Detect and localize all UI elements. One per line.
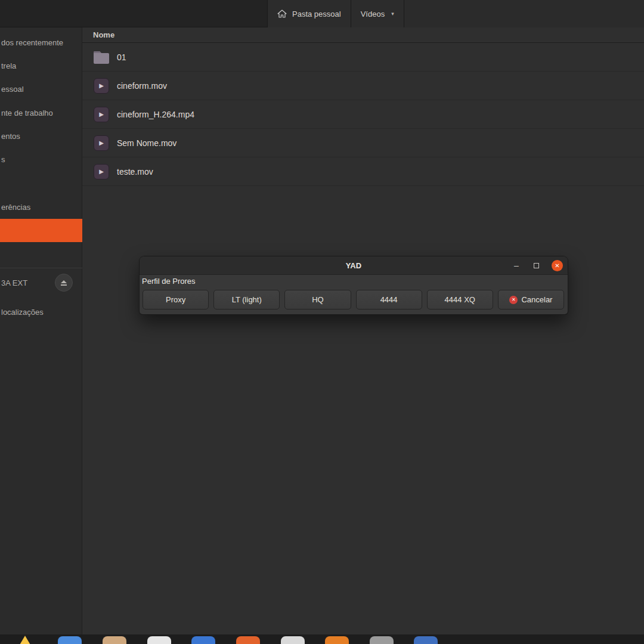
dock-app-icon-5[interactable] — [191, 636, 215, 644]
column-header-label: Nome — [93, 30, 114, 39]
table-row[interactable]: ▶ teste.mov — [82, 157, 644, 186]
dialog-body: Perfil de Prores Proxy LT (light) HQ 444… — [140, 275, 568, 309]
video-file-icon: ▶ — [94, 164, 109, 179]
cancel-button[interactable]: ✕ Cancelar — [498, 290, 564, 309]
sidebar-item-label: entos — [1, 132, 20, 141]
dialog-label: Perfil de Prores — [142, 277, 565, 286]
folder-icon — [93, 51, 110, 64]
button-label: LT (light) — [232, 295, 262, 304]
play-icon: ▶ — [99, 111, 104, 117]
sidebar-item-downloads[interactable]: erências — [0, 196, 82, 218]
lt-light-button[interactable]: LT (light) — [213, 290, 280, 309]
sidebar-item-label: trela — [1, 61, 16, 70]
file-name: Sem Nome.mov — [117, 138, 177, 148]
breadcrumb-home-button[interactable]: Pasta pessoal — [267, 0, 351, 27]
dock-app-icon-3[interactable] — [103, 636, 126, 644]
dock-app-icon-4[interactable] — [147, 636, 171, 644]
breadcrumb-home-label: Pasta pessoal — [292, 10, 341, 18]
cancel-icon: ✕ — [509, 296, 518, 304]
file-name: teste.mov — [117, 167, 153, 177]
chevron-down-icon: ▾ — [391, 11, 394, 17]
dock-app-icon-2[interactable] — [58, 636, 82, 644]
p4444-button[interactable]: 4444 — [356, 290, 422, 309]
window-controls: – ✕ — [512, 256, 563, 274]
play-icon: ▶ — [99, 82, 104, 89]
sidebar-separator — [0, 268, 82, 268]
sidebar-item-label: essoal — [1, 85, 24, 94]
dialog-titlebar[interactable]: YAD – ✕ — [140, 256, 568, 275]
sidebar-item-label: s — [1, 155, 5, 164]
sidebar-item-pictures[interactable]: s — [0, 148, 82, 171]
video-file-icon: ▶ — [94, 78, 109, 94]
minimize-button[interactable]: – — [512, 261, 521, 270]
table-row[interactable]: ▶ Sem Nome.mov — [82, 129, 644, 157]
close-button[interactable]: ✕ — [552, 260, 563, 271]
sidebar-item-label: localizações — [1, 308, 44, 317]
button-label: 4444 — [380, 295, 398, 304]
sidebar-item-home[interactable]: essoal — [0, 78, 82, 100]
video-file-icon: ▶ — [94, 107, 109, 122]
hq-button[interactable]: HQ — [284, 290, 351, 309]
dock-app-icon-7[interactable] — [281, 636, 305, 644]
eject-button[interactable] — [55, 274, 73, 292]
close-icon: ✕ — [555, 262, 559, 269]
sidebar-item-label: erências — [1, 203, 30, 212]
sidebar-item-label: dos recentemente — [1, 38, 63, 47]
yad-dialog: YAD – ✕ Perfil de Prores Proxy LT (light… — [140, 256, 568, 314]
button-label: Cancelar — [521, 295, 552, 304]
dock-app-icon-1[interactable] — [13, 636, 37, 644]
file-name: 01 — [117, 52, 126, 62]
proxy-button[interactable]: Proxy — [143, 290, 209, 309]
breadcrumb-videos-button[interactable]: Vídeos ▾ — [351, 0, 404, 27]
p4444xq-button[interactable]: 4444 XQ — [427, 290, 493, 309]
sidebar-item-documents[interactable]: entos — [0, 125, 82, 147]
dock-app-icon-10[interactable] — [414, 636, 438, 644]
file-name: cineform_H.264.mp4 — [117, 110, 194, 119]
eject-icon — [61, 280, 67, 283]
breadcrumb-videos-label: Vídeos — [361, 10, 385, 18]
play-icon: ▶ — [99, 168, 104, 175]
top-bar: Pasta pessoal Vídeos ▾ — [0, 0, 644, 27]
table-row[interactable]: 01 — [82, 43, 644, 72]
column-header-name[interactable]: Nome — [82, 27, 644, 43]
table-row[interactable]: ▶ cineform.mov — [82, 72, 644, 100]
sidebar: dos recentemente trela essoal nte de tra… — [0, 27, 82, 634]
sidebar-item-other-locations[interactable]: localizações — [0, 301, 82, 323]
table-row[interactable]: ▶ cineform_H.264.mp4 — [82, 100, 644, 129]
button-label: Proxy — [166, 295, 185, 304]
file-name: cineform.mov — [117, 81, 167, 91]
dialog-button-row: Proxy LT (light) HQ 4444 4444 XQ ✕ Cance… — [142, 290, 565, 309]
maximize-button[interactable] — [534, 263, 539, 268]
button-label: HQ — [312, 295, 324, 304]
path-bar: Pasta pessoal Vídeos ▾ — [267, 0, 644, 27]
sidebar-item-videos-selected[interactable] — [0, 219, 82, 242]
video-file-icon: ▶ — [94, 135, 109, 151]
sidebar-item-label: 3A EXT — [1, 278, 27, 287]
dock-app-icon-8[interactable] — [325, 636, 349, 644]
dialog-title: YAD — [346, 261, 361, 270]
sidebar-item-desktop[interactable]: nte de trabalho — [0, 101, 82, 124]
dock-app-icon-9[interactable] — [370, 636, 394, 644]
sidebar-item-recent[interactable]: dos recentemente — [0, 31, 82, 54]
button-label: 4444 XQ — [445, 295, 475, 304]
dock — [0, 634, 644, 644]
play-icon: ▶ — [99, 140, 104, 146]
sidebar-item-starred[interactable]: trela — [0, 54, 82, 77]
sidebar-item-mounted-drive[interactable]: 3A EXT — [0, 271, 82, 294]
path-bar-empty — [404, 0, 644, 27]
sidebar-item-label: nte de trabalho — [1, 109, 53, 117]
dock-app-icon-6[interactable] — [236, 636, 260, 644]
home-icon — [277, 10, 287, 18]
